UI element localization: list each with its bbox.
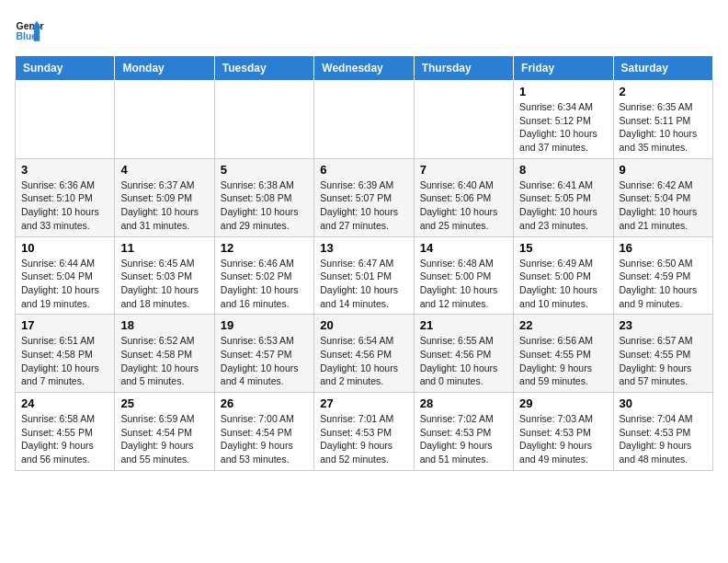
calendar-cell: 7Sunrise: 6:40 AM Sunset: 5:06 PM Daylig… bbox=[414, 158, 513, 236]
day-detail: Sunrise: 6:50 AM Sunset: 4:59 PM Dayligh… bbox=[620, 257, 707, 311]
weekday-header: Thursday bbox=[414, 56, 513, 81]
day-detail: Sunrise: 6:45 AM Sunset: 5:03 PM Dayligh… bbox=[120, 257, 208, 311]
day-number: 20 bbox=[320, 318, 407, 332]
day-detail: Sunrise: 6:38 AM Sunset: 5:08 PM Dayligh… bbox=[221, 178, 308, 233]
day-detail: Sunrise: 6:46 AM Sunset: 5:02 PM Dayligh… bbox=[221, 257, 308, 311]
day-number: 1 bbox=[519, 85, 607, 98]
calendar-cell: 16Sunrise: 6:50 AM Sunset: 4:59 PM Dayli… bbox=[613, 236, 712, 315]
calendar-week: 1Sunrise: 6:34 AM Sunset: 5:12 PM Daylig… bbox=[16, 81, 713, 159]
weekday-header: Saturday bbox=[613, 56, 712, 81]
calendar-cell: 3Sunrise: 6:36 AM Sunset: 5:10 PM Daylig… bbox=[16, 158, 115, 236]
day-number: 5 bbox=[221, 163, 308, 177]
day-number: 19 bbox=[221, 318, 308, 332]
calendar-cell: 8Sunrise: 6:41 AM Sunset: 5:05 PM Daylig… bbox=[514, 158, 613, 236]
calendar-week: 3Sunrise: 6:36 AM Sunset: 5:10 PM Daylig… bbox=[16, 158, 713, 236]
day-number: 25 bbox=[120, 396, 208, 410]
calendar-cell: 29Sunrise: 7:03 AM Sunset: 4:53 PM Dayli… bbox=[514, 393, 613, 471]
day-number: 24 bbox=[21, 396, 108, 410]
day-detail: Sunrise: 6:55 AM Sunset: 4:56 PM Dayligh… bbox=[420, 334, 507, 388]
page-header: General Blue bbox=[15, 15, 713, 44]
day-number: 27 bbox=[320, 396, 407, 410]
calendar-cell bbox=[314, 81, 414, 159]
calendar-cell: 27Sunrise: 7:01 AM Sunset: 4:53 PM Dayli… bbox=[314, 393, 414, 471]
day-detail: Sunrise: 6:44 AM Sunset: 5:04 PM Dayligh… bbox=[21, 257, 108, 311]
calendar-cell bbox=[115, 81, 214, 159]
day-number: 2 bbox=[620, 85, 707, 98]
calendar-cell: 20Sunrise: 6:54 AM Sunset: 4:56 PM Dayli… bbox=[314, 315, 414, 393]
day-number: 13 bbox=[320, 241, 407, 255]
day-detail: Sunrise: 6:36 AM Sunset: 5:10 PM Dayligh… bbox=[21, 178, 108, 233]
weekday-header: Monday bbox=[115, 56, 214, 81]
calendar-cell: 12Sunrise: 6:46 AM Sunset: 5:02 PM Dayli… bbox=[214, 236, 313, 315]
calendar-cell bbox=[414, 81, 513, 159]
calendar-cell: 11Sunrise: 6:45 AM Sunset: 5:03 PM Dayli… bbox=[115, 236, 214, 315]
day-number: 11 bbox=[120, 241, 208, 255]
day-detail: Sunrise: 6:40 AM Sunset: 5:06 PM Dayligh… bbox=[420, 178, 507, 233]
calendar-cell: 26Sunrise: 7:00 AM Sunset: 4:54 PM Dayli… bbox=[214, 393, 313, 471]
day-number: 3 bbox=[21, 163, 108, 177]
calendar-cell: 4Sunrise: 6:37 AM Sunset: 5:09 PM Daylig… bbox=[115, 158, 214, 236]
logo: General Blue bbox=[15, 15, 44, 44]
calendar-cell: 21Sunrise: 6:55 AM Sunset: 4:56 PM Dayli… bbox=[414, 315, 513, 393]
calendar-table: SundayMondayTuesdayWednesdayThursdayFrid… bbox=[15, 55, 713, 471]
day-detail: Sunrise: 6:49 AM Sunset: 5:00 PM Dayligh… bbox=[519, 257, 607, 311]
calendar-cell: 19Sunrise: 6:53 AM Sunset: 4:57 PM Dayli… bbox=[214, 315, 313, 393]
day-number: 10 bbox=[21, 241, 108, 255]
calendar-cell bbox=[16, 81, 115, 159]
day-detail: Sunrise: 6:57 AM Sunset: 4:55 PM Dayligh… bbox=[620, 334, 707, 388]
calendar-cell: 14Sunrise: 6:48 AM Sunset: 5:00 PM Dayli… bbox=[414, 236, 513, 315]
day-number: 15 bbox=[519, 241, 607, 255]
day-detail: Sunrise: 7:01 AM Sunset: 4:53 PM Dayligh… bbox=[320, 412, 407, 466]
day-detail: Sunrise: 6:58 AM Sunset: 4:55 PM Dayligh… bbox=[21, 412, 108, 466]
weekday-header: Wednesday bbox=[314, 56, 414, 81]
calendar-cell: 6Sunrise: 6:39 AM Sunset: 5:07 PM Daylig… bbox=[314, 158, 414, 236]
day-number: 8 bbox=[519, 163, 607, 177]
day-number: 7 bbox=[420, 163, 507, 177]
calendar-cell: 30Sunrise: 7:04 AM Sunset: 4:53 PM Dayli… bbox=[613, 393, 712, 471]
weekday-header: Sunday bbox=[16, 56, 115, 81]
day-detail: Sunrise: 6:53 AM Sunset: 4:57 PM Dayligh… bbox=[221, 334, 308, 388]
day-number: 4 bbox=[120, 163, 208, 177]
day-number: 6 bbox=[320, 163, 407, 177]
day-detail: Sunrise: 6:54 AM Sunset: 4:56 PM Dayligh… bbox=[320, 334, 407, 388]
logo-icon: General Blue bbox=[15, 15, 44, 44]
day-detail: Sunrise: 6:37 AM Sunset: 5:09 PM Dayligh… bbox=[120, 178, 208, 233]
calendar-week: 17Sunrise: 6:51 AM Sunset: 4:58 PM Dayli… bbox=[16, 315, 713, 393]
weekday-header: Friday bbox=[514, 56, 613, 81]
day-number: 22 bbox=[519, 318, 607, 332]
calendar-cell: 17Sunrise: 6:51 AM Sunset: 4:58 PM Dayli… bbox=[16, 315, 115, 393]
day-detail: Sunrise: 7:00 AM Sunset: 4:54 PM Dayligh… bbox=[221, 412, 308, 466]
calendar-header: SundayMondayTuesdayWednesdayThursdayFrid… bbox=[16, 56, 713, 81]
calendar-cell: 24Sunrise: 6:58 AM Sunset: 4:55 PM Dayli… bbox=[16, 393, 115, 471]
calendar-cell: 10Sunrise: 6:44 AM Sunset: 5:04 PM Dayli… bbox=[16, 236, 115, 315]
day-number: 21 bbox=[420, 318, 507, 332]
calendar-cell: 25Sunrise: 6:59 AM Sunset: 4:54 PM Dayli… bbox=[115, 393, 214, 471]
day-detail: Sunrise: 7:02 AM Sunset: 4:53 PM Dayligh… bbox=[420, 412, 507, 466]
day-detail: Sunrise: 6:48 AM Sunset: 5:00 PM Dayligh… bbox=[420, 257, 507, 311]
calendar-cell: 22Sunrise: 6:56 AM Sunset: 4:55 PM Dayli… bbox=[514, 315, 613, 393]
day-detail: Sunrise: 6:39 AM Sunset: 5:07 PM Dayligh… bbox=[320, 178, 407, 233]
day-number: 12 bbox=[221, 241, 308, 255]
calendar-cell: 18Sunrise: 6:52 AM Sunset: 4:58 PM Dayli… bbox=[115, 315, 214, 393]
day-detail: Sunrise: 6:34 AM Sunset: 5:12 PM Dayligh… bbox=[519, 100, 607, 155]
day-number: 26 bbox=[221, 396, 308, 410]
day-detail: Sunrise: 6:56 AM Sunset: 4:55 PM Dayligh… bbox=[519, 334, 607, 388]
calendar-cell: 13Sunrise: 6:47 AM Sunset: 5:01 PM Dayli… bbox=[314, 236, 414, 315]
day-detail: Sunrise: 6:35 AM Sunset: 5:11 PM Dayligh… bbox=[620, 100, 707, 155]
day-detail: Sunrise: 6:47 AM Sunset: 5:01 PM Dayligh… bbox=[320, 257, 407, 311]
calendar-cell: 1Sunrise: 6:34 AM Sunset: 5:12 PM Daylig… bbox=[514, 81, 613, 159]
day-number: 28 bbox=[420, 396, 507, 410]
day-number: 14 bbox=[420, 241, 507, 255]
calendar-cell: 15Sunrise: 6:49 AM Sunset: 5:00 PM Dayli… bbox=[514, 236, 613, 315]
weekday-header: Tuesday bbox=[214, 56, 313, 81]
day-detail: Sunrise: 6:59 AM Sunset: 4:54 PM Dayligh… bbox=[120, 412, 208, 466]
calendar-cell: 9Sunrise: 6:42 AM Sunset: 5:04 PM Daylig… bbox=[613, 158, 712, 236]
day-detail: Sunrise: 6:52 AM Sunset: 4:58 PM Dayligh… bbox=[120, 334, 208, 388]
calendar-cell: 5Sunrise: 6:38 AM Sunset: 5:08 PM Daylig… bbox=[214, 158, 313, 236]
calendar-cell: 2Sunrise: 6:35 AM Sunset: 5:11 PM Daylig… bbox=[613, 81, 712, 159]
day-detail: Sunrise: 7:03 AM Sunset: 4:53 PM Dayligh… bbox=[519, 412, 607, 466]
day-detail: Sunrise: 6:42 AM Sunset: 5:04 PM Dayligh… bbox=[620, 178, 707, 233]
day-number: 29 bbox=[519, 396, 607, 410]
day-number: 30 bbox=[620, 396, 707, 410]
calendar-cell: 23Sunrise: 6:57 AM Sunset: 4:55 PM Dayli… bbox=[613, 315, 712, 393]
